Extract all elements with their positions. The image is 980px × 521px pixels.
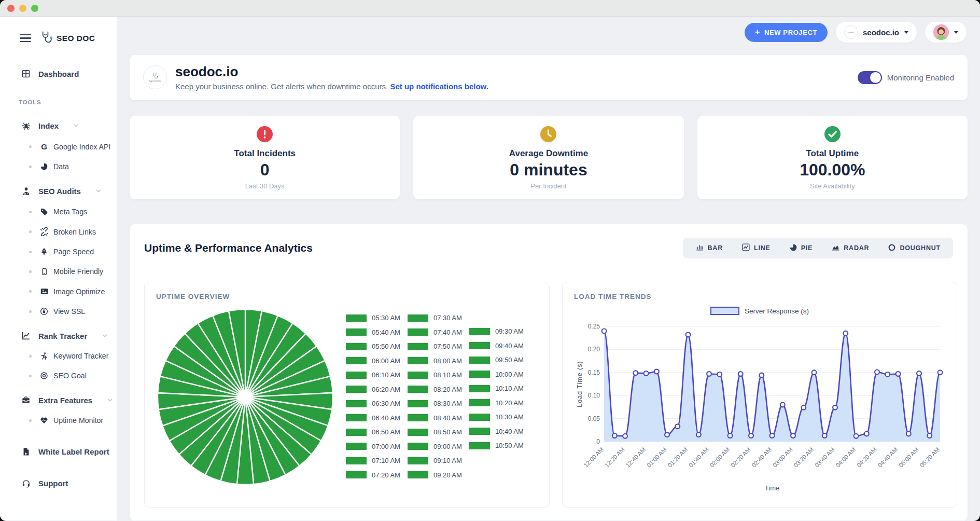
chevron-down-icon [954, 31, 958, 34]
chevron-down-icon [107, 396, 113, 405]
sidebar-item-broken-links[interactable]: Broken Links [0, 227, 117, 236]
check-icon [824, 126, 841, 142]
doughnut-chart-icon [888, 243, 896, 253]
sidebar-item-keyword-tracker[interactable]: Keyword Tracker [0, 352, 117, 360]
legend-time-label: 08:30 AM [433, 400, 462, 407]
menu-toggle-icon[interactable] [20, 32, 31, 45]
app-logo[interactable]: SEO DOC [39, 30, 95, 46]
setup-notifications-link[interactable]: Set up notifications below. [390, 82, 488, 91]
legend-item[interactable]: 09:00 AM [408, 440, 462, 454]
legend-item[interactable]: 06:40 AM [346, 411, 400, 426]
legend-item[interactable]: 09:30 AM [469, 324, 524, 339]
legend-item[interactable]: 07:20 AM [346, 468, 400, 483]
legend-item[interactable]: 10:00 AM [469, 367, 524, 382]
sidebar-item-view-ssl[interactable]: View SSL [0, 307, 117, 316]
sidebar-item-extra-features[interactable]: Extra Features [0, 395, 117, 405]
legend-swatch [408, 314, 428, 322]
zoom-window-button[interactable] [31, 5, 38, 12]
legend-item[interactable]: 06:30 AM [346, 396, 400, 411]
sidebar-item-dashboard[interactable]: Dashboard [0, 69, 117, 78]
sidebar-item-mobile-friendly[interactable]: Mobile Friendly [0, 267, 117, 276]
legend-time-label: 05:50 AM [372, 342, 400, 350]
sidebar-section-label: TOOLS [0, 99, 117, 105]
legend-swatch [346, 471, 367, 478]
legend-swatch [408, 400, 428, 407]
sidebar-item-seo-goal[interactable]: SEO Goal [0, 372, 117, 380]
divider [144, 269, 968, 269]
monitoring-toggle[interactable] [858, 71, 882, 84]
legend-time-label: 07:20 AM [372, 471, 400, 479]
sidebar-item-label: Rank Tracker [38, 332, 87, 340]
legend-item[interactable]: 08:00 AM [408, 354, 462, 368]
legend-time-label: 06:50 AM [372, 428, 400, 436]
bullet-icon [29, 419, 32, 422]
sidebar-item-image-optimize[interactable]: Image Optimize [0, 287, 117, 296]
legend-item[interactable]: 10:20 AM [469, 396, 524, 410]
legend-item[interactable]: 09:10 AM [408, 454, 462, 468]
sidebar-nav: DashboardTOOLSIndexGGoogle Index APIData… [0, 69, 117, 488]
broken-link-icon [39, 227, 49, 236]
legend-item[interactable]: 05:50 AM [346, 339, 400, 354]
legend-item[interactable]: 08:40 AM [408, 411, 462, 426]
app-window: SEO DOC DashboardTOOLSIndexGGoogle Index… [0, 0, 980, 521]
legend-swatch [469, 414, 490, 421]
minimize-window-button[interactable] [19, 5, 26, 12]
sidebar-item-rank-tracker[interactable]: Rank Tracker [0, 331, 117, 340]
chart-type-pie-button[interactable]: PIE [786, 243, 816, 254]
legend-item[interactable]: 06:20 AM [346, 382, 400, 397]
legend-item[interactable]: 07:50 AM [408, 339, 462, 354]
sidebar-item-index[interactable]: Index [0, 121, 117, 131]
legend-swatch [346, 457, 367, 464]
sidebar-item-meta-tags[interactable]: Meta Tags [0, 208, 117, 216]
legend-item[interactable]: 09:20 AM [408, 468, 462, 483]
legend-item[interactable]: 08:20 AM [408, 382, 462, 397]
sidebar-item-page-speed[interactable]: Page Speed [0, 248, 117, 256]
legend-item[interactable]: 10:10 AM [469, 381, 524, 396]
legend-item[interactable]: 07:40 AM [408, 325, 462, 340]
legend-item[interactable]: 09:40 AM [469, 339, 524, 353]
chart-type-radar-button[interactable]: RADAR [828, 242, 872, 254]
chart-type-doughnut-button[interactable]: DOUGHNUT [885, 243, 944, 254]
close-window-button[interactable] [7, 5, 15, 12]
chevron-down-icon [95, 187, 102, 196]
legend-item[interactable]: 06:50 AM [346, 425, 400, 440]
legend-item[interactable]: 06:00 AM [346, 354, 400, 368]
legend-item[interactable]: 07:10 AM [346, 454, 400, 468]
rank-chart-icon [21, 331, 31, 340]
legend-item[interactable]: 10:40 AM [469, 424, 524, 439]
bullet-icon [29, 375, 32, 377]
legend-item[interactable]: 05:30 AM [346, 311, 400, 325]
new-project-button[interactable]: + NEW PROJECT [745, 23, 828, 42]
legend-item[interactable]: 05:40 AM [346, 325, 400, 340]
sidebar-item-uptime-monitor[interactable]: Uptime Monitor [0, 416, 117, 424]
sidebar-item-data[interactable]: Data [0, 162, 117, 171]
svg-text:0: 0 [596, 438, 600, 445]
sidebar-item-google-index-api[interactable]: GGoogle Index API [0, 142, 117, 151]
chart-type-line-button[interactable]: LINE [738, 242, 774, 254]
load-time-line-chart[interactable]: 00.050.100.150.200.2512:00 AM12:20 AM12:… [574, 315, 945, 497]
legend-item[interactable]: 10:30 AM [469, 410, 524, 424]
legend-item[interactable]: 06:10 AM [346, 368, 400, 382]
legend-time-label: 09:40 AM [495, 342, 524, 350]
user-menu[interactable] [925, 22, 967, 43]
sidebar-item-support[interactable]: Support [0, 479, 117, 488]
legend-item[interactable]: 08:30 AM [408, 396, 462, 411]
legend-time-label: 06:00 AM [372, 357, 400, 365]
legend-item[interactable]: 07:30 AM [408, 311, 462, 325]
legend-item[interactable]: 09:50 AM [469, 353, 524, 367]
svg-text:03:40 AM: 03:40 AM [814, 446, 836, 469]
sidebar-item-seo-audits[interactable]: SEO Audits [0, 186, 117, 196]
sidebar-item-white-label-report[interactable]: White Label Report [0, 447, 117, 456]
heartbeat-icon [39, 416, 49, 424]
legend-item[interactable]: 07:00 AM [346, 440, 400, 454]
legend-item[interactable]: 10:50 AM [469, 438, 524, 453]
stat-card-average-downtime: Average Downtime 0 minutes Per Incident [413, 116, 683, 199]
chart-type-bar-button[interactable]: BAR [692, 242, 726, 254]
sidebar-item-label: View SSL [53, 307, 85, 316]
project-selector[interactable]: seodoc seodoc.io [836, 22, 917, 43]
legend-item[interactable]: 08:50 AM [408, 425, 462, 440]
legend-item[interactable]: 08:10 AM [408, 368, 462, 382]
legend-time-label: 08:10 AM [433, 371, 462, 379]
analytics-title: Uptime & Performance Analytics [144, 242, 313, 254]
uptime-pie-chart[interactable] [156, 308, 334, 488]
